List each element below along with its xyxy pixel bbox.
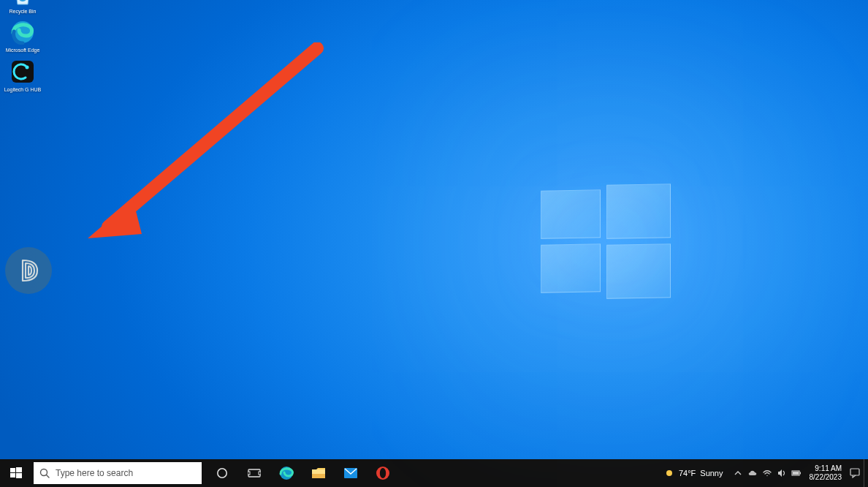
tray-network[interactable] xyxy=(760,459,774,487)
desktop-icon-logitech[interactable]: Logitech G HUB xyxy=(3,58,42,92)
opera-icon xyxy=(376,466,390,480)
clock[interactable]: 9:11 AM 8/22/2023 xyxy=(804,464,847,482)
recycle-bin-icon xyxy=(9,0,37,7)
weather-condition: Sunny xyxy=(700,469,723,477)
task-view-icon xyxy=(248,468,261,478)
weather-widget[interactable]: 74°F Sunny xyxy=(657,468,731,478)
task-view-button[interactable] xyxy=(238,459,270,487)
edge-icon xyxy=(278,465,294,481)
svg-rect-17 xyxy=(312,474,325,478)
tray-overflow[interactable] xyxy=(731,459,745,487)
floating-widget[interactable] xyxy=(5,247,52,294)
weather-temp: 74°F xyxy=(679,469,696,477)
clock-date: 8/22/2023 xyxy=(810,473,842,482)
start-button[interactable] xyxy=(0,459,32,487)
battery-icon xyxy=(791,469,802,477)
clock-time: 9:11 AM xyxy=(810,464,842,473)
desktop-icon-edge[interactable]: Microsoft Edge xyxy=(3,18,42,53)
logitech-icon xyxy=(9,58,37,86)
taskbar-app-mail[interactable] xyxy=(335,459,367,487)
desktop-icon-label: Recycle Bin xyxy=(3,9,42,14)
windows-icon xyxy=(10,467,22,479)
svg-rect-7 xyxy=(10,473,15,477)
desktop-icon-recycle-bin[interactable]: Recycle Bin xyxy=(3,0,42,14)
taskbar-app-opera[interactable] xyxy=(367,459,399,487)
svg-rect-6 xyxy=(16,467,22,472)
system-tray: 74°F Sunny 9:11 AM 8/22/2023 xyxy=(657,459,868,487)
edge-icon xyxy=(9,18,37,46)
action-center-button[interactable] xyxy=(849,459,861,487)
fingerprint-d-icon xyxy=(12,254,45,287)
svg-rect-14 xyxy=(259,472,261,475)
svg-point-3 xyxy=(26,65,29,69)
taskbar-app-file-explorer[interactable] xyxy=(302,459,335,487)
svg-point-11 xyxy=(218,469,226,477)
svg-rect-25 xyxy=(850,469,859,475)
folder-icon xyxy=(311,467,326,480)
svg-rect-13 xyxy=(248,472,250,475)
show-desktop-button[interactable] xyxy=(864,459,868,487)
svg-point-21 xyxy=(666,470,672,476)
chevron-up-icon xyxy=(734,469,742,477)
windows-logo-wallpaper xyxy=(541,184,671,295)
taskbar-app-edge[interactable] xyxy=(270,459,302,487)
speaker-icon xyxy=(777,469,786,477)
tray-onedrive[interactable] xyxy=(745,459,760,487)
taskbar: Type here to search xyxy=(0,459,868,487)
tray-battery[interactable] xyxy=(789,459,804,487)
tray-volume[interactable] xyxy=(774,459,789,487)
cortana-icon xyxy=(216,467,228,479)
svg-rect-5 xyxy=(10,468,15,472)
cloud-icon xyxy=(747,469,758,477)
search-icon xyxy=(39,468,50,478)
search-placeholder: Type here to search xyxy=(56,468,133,478)
sun-icon xyxy=(664,468,674,478)
desktop-icons: Recycle Bin Microsoft Edge Logitech G xyxy=(3,0,47,97)
notification-icon xyxy=(850,468,860,478)
svg-rect-23 xyxy=(799,472,801,475)
svg-point-20 xyxy=(380,468,386,478)
svg-rect-8 xyxy=(16,473,22,478)
svg-line-4 xyxy=(108,48,317,227)
desktop[interactable]: Recycle Bin Microsoft Edge Logitech G xyxy=(0,0,868,487)
svg-rect-24 xyxy=(793,472,799,475)
desktop-icon-label: Logitech G HUB xyxy=(3,87,42,92)
annotation-arrow xyxy=(82,42,330,254)
search-box[interactable]: Type here to search xyxy=(34,462,202,484)
cortana-button[interactable] xyxy=(206,459,238,487)
mail-icon xyxy=(343,467,358,479)
svg-line-10 xyxy=(47,475,50,478)
wifi-icon xyxy=(763,469,772,477)
desktop-icon-label: Microsoft Edge xyxy=(3,48,42,53)
